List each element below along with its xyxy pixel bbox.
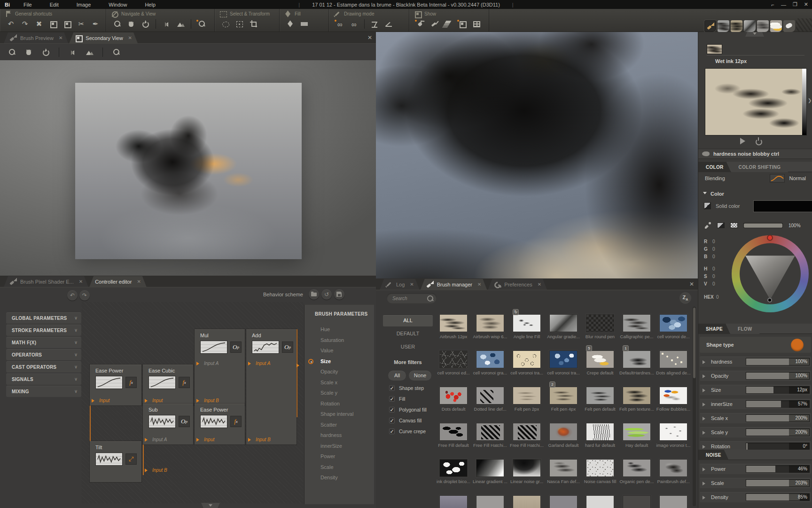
blending-mode-value[interactable]: Normal	[789, 175, 806, 181]
brush-tile[interactable]: Blur round pen	[586, 314, 614, 339]
category-mixing[interactable]: MIXING∨	[6, 386, 81, 397]
brush-thumbnail[interactable]	[586, 387, 614, 405]
node-mul[interactable]: MulOpInput AInput B	[195, 329, 245, 405]
angle-mode-button[interactable]	[383, 19, 395, 29]
brush-thumbnail[interactable]	[586, 459, 614, 477]
node-add[interactable]: AddOpInput AInput B	[246, 329, 297, 444]
shape-type-swatch[interactable]	[791, 339, 804, 351]
loop-mode-button[interactable]: ∞	[348, 19, 360, 29]
zoom-button[interactable]	[6, 47, 18, 57]
menu-file[interactable]: File	[15, 2, 41, 8]
tab-brush-preview[interactable]: Brush Preview✕	[4, 32, 68, 43]
panel-collapse-handle[interactable]	[201, 503, 220, 508]
transparency-icon[interactable]	[730, 222, 738, 228]
brush-parameter-scatter[interactable]: Scatter	[320, 422, 337, 428]
node-badge-fx[interactable]: fx	[179, 377, 190, 388]
current-brush-thumbnail[interactable]	[707, 44, 722, 54]
grid-button[interactable]	[470, 19, 483, 29]
brush-thumbnail[interactable]	[439, 495, 468, 508]
brush-tile[interactable]: ↻Angle line Fill	[513, 314, 541, 339]
flip-button[interactable]	[66, 47, 78, 57]
blending-curve-icon[interactable]	[770, 174, 785, 183]
close-panel-icon[interactable]: ✕	[367, 34, 372, 41]
panel-edge-chevron[interactable]: ❯	[808, 98, 812, 103]
tab-color[interactable]: COLOR	[698, 162, 731, 172]
play-preview-button[interactable]	[739, 137, 747, 145]
brush-thumbnail[interactable]	[549, 423, 578, 441]
brush-parameter-value[interactable]: Value	[320, 348, 333, 353]
brush-thumbnail[interactable]	[623, 423, 651, 441]
brush-thumbnail[interactable]	[659, 350, 687, 368]
brush-tile[interactable]: Dots default	[439, 387, 468, 412]
menu-window[interactable]: Window	[100, 2, 136, 8]
brush-thumbnail[interactable]	[476, 495, 504, 508]
node-badge-tilt[interactable]: ⤢	[125, 453, 137, 465]
brush-parameter-scale[interactable]: Scale	[320, 464, 334, 470]
brush-parameter-power[interactable]: Power	[320, 453, 335, 459]
node-output[interactable]	[297, 361, 301, 369]
snap-button[interactable]: ⌐	[771, 2, 774, 8]
node-sub[interactable]: SubOpInput A	[143, 404, 193, 444]
redo-button[interactable]: ↷	[79, 290, 90, 301]
brush-thumbnail[interactable]	[476, 314, 504, 332]
filter-shape-step[interactable]: ✓Shape step	[389, 385, 424, 391]
menu-help[interactable]: Help	[136, 2, 164, 8]
brush-tile[interactable]: Airbrush wisp 6...	[476, 314, 504, 339]
channel-g[interactable]: G0	[704, 246, 715, 252]
brush-thumbnail[interactable]	[513, 314, 541, 332]
tab-color-shifting[interactable]: COLOR SHIFTING	[731, 162, 789, 172]
brush-parameter-scale-x[interactable]: Scale x	[320, 380, 337, 385]
brush-thumbnail[interactable]	[659, 459, 687, 477]
flip-horizontal-button[interactable]	[160, 19, 172, 29]
section-noise[interactable]: NOISE	[698, 450, 729, 460]
brush-texture-2[interactable]	[731, 20, 742, 32]
channel-v[interactable]: V0	[704, 281, 715, 286]
pen-button[interactable]: ✒	[89, 19, 102, 29]
rotate-button[interactable]	[39, 47, 52, 57]
category-signals[interactable]: SIGNALS∨	[6, 373, 81, 385]
expand-icon[interactable]	[703, 465, 707, 473]
brush-tile[interactable]	[439, 495, 468, 508]
node-input[interactable]: Input B	[248, 437, 271, 442]
brush-parameter-size[interactable]: Size	[320, 358, 331, 364]
brush-parameter-shape-interval[interactable]: Shape interval	[320, 411, 353, 417]
filter-group-default[interactable]: DEFAULT	[383, 328, 433, 340]
tab-secondary-view[interactable]: Secondary View✕	[69, 32, 138, 43]
brush-thumbnail[interactable]	[439, 314, 468, 332]
checkbox-icon[interactable]: ✓	[389, 385, 395, 391]
minimize-button[interactable]: —	[781, 2, 786, 8]
lasso-button[interactable]	[219, 19, 232, 29]
hue-marker[interactable]	[767, 235, 773, 241]
layers-button[interactable]	[442, 19, 454, 29]
brush-tile[interactable]: cell voronoi tra...	[549, 350, 578, 375]
brush-tile[interactable]: image voronoi t...	[659, 423, 687, 448]
brush-tile[interactable]: 2Felt pen 4px	[549, 387, 578, 412]
brush-thumbnail[interactable]	[439, 459, 468, 477]
slider-track[interactable]: 100%	[746, 372, 810, 380]
save-scheme-button[interactable]	[334, 289, 344, 300]
node-badge-op[interactable]: Op	[230, 341, 242, 353]
undo-button[interactable]: ↶	[67, 290, 78, 301]
brush-tile[interactable]: hard fur default	[586, 423, 614, 448]
node-input[interactable]: Input	[92, 398, 109, 403]
category-global-parameters[interactable]: GLOBAL PARAMETERS∨	[6, 312, 81, 324]
close-tab-icon[interactable]: ✕	[408, 282, 414, 287]
brush-tile[interactable]: Dots aligned de...	[659, 350, 687, 375]
brush-thumbnail[interactable]	[549, 314, 578, 332]
filter-group-all[interactable]: ALL	[383, 315, 433, 326]
slider-track[interactable]: 0°	[746, 443, 810, 450]
brush-thumbnail[interactable]	[623, 495, 651, 508]
select-none-button[interactable]: None	[409, 371, 431, 381]
node-badge-op[interactable]: Op	[282, 341, 293, 353]
reset-scheme-button[interactable]: ↺	[321, 289, 332, 300]
brush-parameter-hue[interactable]: Hue	[320, 326, 330, 332]
close-tab-icon[interactable]: ✕	[57, 35, 62, 40]
slider-scale-y[interactable]: Scale y200%	[700, 427, 811, 437]
brush-tile[interactable]: cell voronoi gra...	[476, 350, 504, 375]
brush-tile[interactable]	[586, 495, 614, 508]
scrollbar[interactable]	[693, 307, 696, 506]
slider-track[interactable]: 100%	[746, 358, 810, 365]
brush-thumbnail[interactable]	[513, 459, 541, 477]
brush-thumbnail[interactable]	[623, 314, 651, 332]
color-opacity-slider[interactable]	[743, 223, 783, 228]
